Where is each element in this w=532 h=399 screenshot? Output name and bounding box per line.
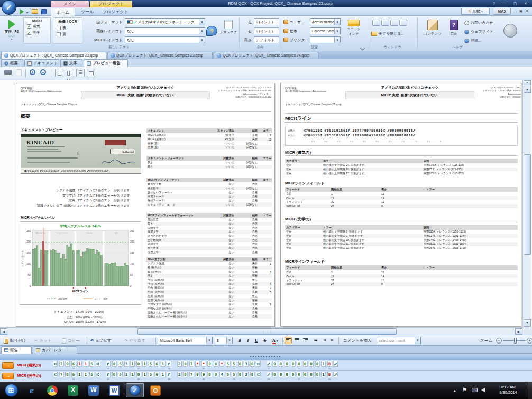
horizontal-scroll-thumb[interactable]: ⋮⋮⋮ — [137, 328, 397, 335]
cut-button[interactable]: ✂ カット — [33, 337, 53, 345]
taskbar-clock[interactable]: 8:17 AM 9/30/2014 — [492, 385, 525, 395]
copy-page-icon[interactable] — [16, 69, 22, 76]
redo-button[interactable]: ↷ やり直す — [123, 337, 147, 345]
bullet-list-button[interactable]: ≔ — [312, 337, 319, 344]
chevron-down-icon[interactable]: ▼ — [199, 19, 205, 25]
open-file-icon[interactable] — [32, 9, 38, 14]
doc-minimize-icon[interactable]: — — [513, 10, 518, 14]
help-item-1[interactable]: ウェブサイト — [464, 28, 502, 35]
help-index-button[interactable]: ? 目次 — [445, 18, 462, 47]
comment-select[interactable]: select comment▼ — [377, 337, 421, 344]
align-center-button[interactable] — [293, 337, 300, 344]
tray-expand-icon[interactable]: ▴ — [454, 388, 456, 393]
internet-explorer[interactable]: e — [23, 383, 41, 397]
help-item-2[interactable]: 詳細... — [464, 37, 502, 44]
checkbox-icon[interactable]: ✓ — [27, 24, 31, 29]
workspace-tab-project[interactable]: プロジェクト — [90, 1, 132, 7]
show-desktop-button[interactable] — [528, 382, 532, 399]
help-contents-button[interactable]: コンテンツ — [421, 18, 444, 47]
panel-splitter[interactable] — [0, 354, 532, 360]
micr-row-action-button[interactable]: → — [2, 373, 14, 379]
facing-layout-icon[interactable] — [87, 69, 95, 77]
format-field-1-select[interactable]: なし▼ — [125, 27, 205, 34]
start-button[interactable]: ⊞ — [2, 383, 20, 397]
margin-field-0[interactable]: 0 (インチ) — [254, 18, 279, 25]
help-balloon-button[interactable]: ? — [206, 26, 217, 36]
view-tab-文字[interactable]: b文字 — [60, 59, 82, 67]
chevron-down-icon[interactable]: ▼ — [199, 28, 205, 34]
media-demo-button[interactable] — [503, 24, 517, 38]
run-dropdown-icon[interactable]: ▾ — [2, 38, 21, 41]
bottom-tab-カバーレター[interactable]: カバーレター — [33, 346, 77, 354]
setting-field-2-select[interactable]: ▼ — [310, 36, 341, 43]
font-size-select[interactable]: 8▼ — [215, 337, 233, 344]
micr-option-磁気[interactable]: ✓磁気 — [24, 23, 50, 29]
view-tab-ドキュメント[interactable]: ドキュメント — [24, 59, 59, 67]
run-test-button[interactable]: 実行 - F2 QCX ▾ — [2, 17, 22, 48]
align-left-button[interactable] — [285, 337, 292, 344]
zoom-in-slider-icon[interactable]: + — [527, 338, 532, 344]
paste-button[interactable]: 貼り付け — [2, 337, 27, 345]
document-tab-1[interactable]: QCXプロジェクト: QCX_ Chinese Samples 23.qcxp — [107, 52, 213, 59]
chevron-down-icon[interactable]: ▼ — [334, 19, 340, 25]
application-logo-icon[interactable]: ✓ — [2, 0, 16, 15]
zoom-slider-thumb[interactable] — [514, 338, 517, 344]
setting-field-0-select[interactable]: Administrator▼ — [310, 18, 341, 25]
font-color-button[interactable]: A ▾ — [270, 337, 280, 344]
chevron-down-icon[interactable]: ▼ — [334, 28, 340, 34]
checkbox-icon[interactable] — [57, 26, 61, 30]
format-field-0-select[interactable]: アメリカ/ANSI X9ビジネスチェック▼ — [125, 18, 205, 25]
zoom-in-icon[interactable]: + — [30, 69, 35, 75]
micr-row-action-button[interactable]: → — [2, 362, 14, 369]
indent-button[interactable]: ⇥ — [320, 337, 328, 344]
zoom-out-icon[interactable]: - — [40, 69, 46, 75]
quick-access-dropdown-icon[interactable]: ▾ — [26, 11, 28, 14]
zoom-out-slider-icon[interactable]: - — [496, 338, 502, 344]
checkbox-icon[interactable] — [57, 32, 61, 36]
minimize-button[interactable]: — — [500, 1, 509, 6]
help-window-button[interactable]: ? — [490, 1, 498, 6]
view-tab-概要[interactable]: i概要 — [1, 59, 23, 67]
horizontal-scrollbar[interactable]: ◀ ⋮⋮⋮ ▶ — [0, 327, 522, 335]
excel[interactable]: X — [64, 383, 82, 397]
undo-button[interactable]: ↶ 元に戻す — [89, 337, 113, 345]
switch-windows-icon[interactable] — [399, 20, 407, 26]
close-all-button[interactable]: 全てを閉じる.. — [371, 30, 414, 38]
italic-button[interactable]: I — [244, 337, 252, 344]
chevron-down-icon[interactable]: ▼ — [199, 37, 205, 43]
ribbon-tab-project[interactable]: プロジェクト — [99, 8, 131, 16]
font-name-select[interactable]: Microsoft Sans Seri▼ — [158, 337, 213, 344]
help-item-0[interactable]: お問い合わせ — [464, 19, 502, 26]
scroll-down-icon[interactable]: ▼ — [524, 319, 531, 327]
print-icon[interactable] — [4, 70, 12, 76]
margin-field-2[interactable]: デフォルト — [254, 36, 279, 43]
micr-option-光学[interactable]: ✓光学 — [24, 29, 50, 35]
splitter-grip[interactable] — [250, 356, 282, 357]
save-icon[interactable] — [41, 9, 47, 14]
action-center-flag-icon[interactable]: ⚑ — [462, 387, 467, 393]
scrollbar-split-button[interactable]: = — [524, 80, 531, 85]
document-tab-2[interactable]: QCXプロジェクト: QCX_ Chinese Samples 24.qcxp — [214, 52, 319, 59]
test-log-button[interactable]: テストログ — [219, 18, 238, 47]
vertical-scrollbar[interactable]: = ▲ ▼ — [522, 80, 531, 327]
qcx[interactable]: ✓ — [126, 383, 144, 397]
document-tab-0[interactable]: QCXプロジェクト : QCX_ Chinese Samples 23.qcxp — [1, 52, 106, 59]
doc-close-icon[interactable]: ✕ — [526, 9, 531, 14]
vertical-scroll-thumb[interactable] — [524, 154, 531, 255]
image-ocr-option-表[interactable]: 表 — [53, 24, 82, 31]
cascade-windows-icon[interactable] — [372, 20, 380, 26]
outlook[interactable]: O — [146, 383, 164, 397]
two-page-layout-icon[interactable] — [66, 69, 74, 77]
network-icon[interactable] — [472, 388, 478, 392]
outdent-button[interactable]: ⇤ — [329, 337, 336, 344]
format-split-button[interactable]: ✎ 形式 ▾ — [461, 8, 490, 15]
setting-field-1-select[interactable]: Chinese Samples▼ — [310, 27, 341, 34]
scroll-left-icon[interactable]: ◀ — [0, 328, 7, 335]
strikethrough-button[interactable]: S — [261, 337, 269, 344]
bottom-tab-報告[interactable]: 報告 — [1, 346, 32, 354]
copy-button[interactable]: コピー — [60, 337, 81, 345]
unit-button[interactable]: ユニット インチ — [343, 18, 365, 47]
ribbon-tab-home[interactable]: ホーム — [51, 8, 75, 16]
doc-restore-icon[interactable]: ▣ — [519, 9, 525, 14]
word[interactable]: W — [85, 383, 103, 397]
